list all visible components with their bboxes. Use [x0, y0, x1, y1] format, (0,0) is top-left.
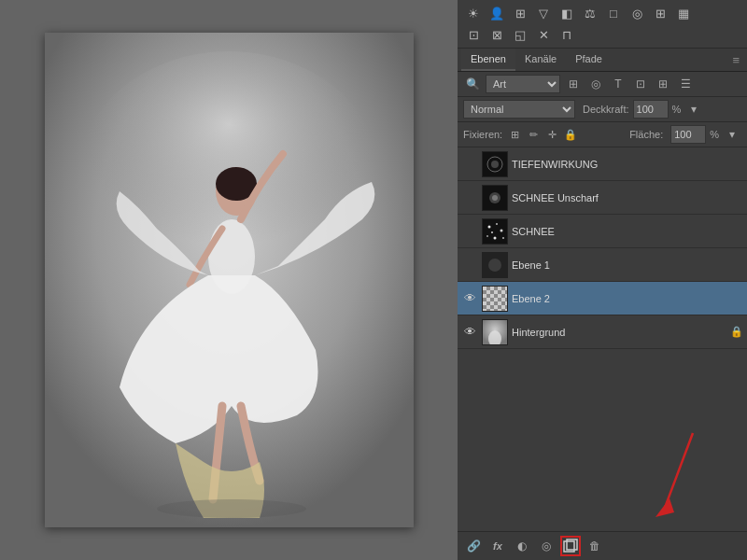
svg-point-10 [491, 161, 499, 168]
blend-mode-select[interactable]: Normal [463, 100, 575, 119]
svg-point-16 [496, 223, 498, 225]
fix-grid-icon[interactable]: ⊞ [506, 126, 523, 143]
layer-name-tiefenwirkung: TIEFENWIRKUNG [512, 159, 743, 170]
layer-name-schnee-unscharf: SCHNEE Unscharf [512, 192, 743, 203]
svg-point-20 [502, 237, 504, 239]
flache-percent: % [710, 129, 719, 140]
corner-icon[interactable]: ◱ [510, 25, 530, 44]
crop-icon[interactable]: ◧ [557, 4, 577, 22]
flache-input[interactable] [670, 125, 706, 144]
filter-icon[interactable]: ▽ [533, 4, 554, 22]
svg-point-18 [486, 235, 488, 237]
layer-tiefenwirkung[interactable]: TIEFENWIRKUNG [458, 147, 747, 181]
layer-name-hintergrund: Hintergrund [512, 327, 726, 338]
tab-pfade[interactable]: Pfade [566, 49, 612, 71]
visibility-hintergrund[interactable]: 👁 [461, 325, 478, 339]
svg-point-13 [492, 195, 498, 201]
top-toolbar: ☀ 👤 ⊞ ▽ ◧ ⚖ □ ◎ ⊞ ▦ ⊡ ⊠ ◱ ✕ ⊓ [458, 0, 747, 49]
circle-icon[interactable]: ◎ [627, 4, 647, 22]
layer-name-ebene2: Ebene 2 [512, 293, 743, 304]
bottom-toolbar: 🔗 fx ◐ ◎ 🗑 [458, 531, 747, 560]
person-icon[interactable]: 👤 [486, 4, 507, 22]
svg-point-17 [500, 229, 503, 231]
visibility-ebene2[interactable]: 👁 [461, 291, 478, 305]
opacity-percent: % [672, 104, 682, 115]
art-select[interactable]: Art [486, 75, 560, 93]
svg-rect-14 [483, 219, 507, 244]
thumb-schnee [482, 218, 508, 245]
lock-icon: 🔒 [730, 326, 743, 338]
svg-point-19 [494, 236, 497, 239]
sun-icon[interactable]: ☀ [463, 4, 484, 22]
fx-icon[interactable]: fx [487, 536, 508, 556]
toolbar-row-1: ☀ 👤 ⊞ ▽ ◧ ⚖ □ ◎ ⊞ ▦ [463, 4, 741, 22]
thumb-ebene1 [482, 252, 508, 278]
svg-point-23 [488, 259, 501, 272]
layer-schnee-unscharf[interactable]: SCHNEE Unscharf [458, 181, 747, 215]
right-panel: ☀ 👤 ⊞ ▽ ◧ ⚖ □ ◎ ⊞ ▦ ⊡ ⊠ ◱ ✕ ⊓ Ebenen Kan… [458, 0, 747, 560]
thumb-ebene2 [482, 286, 508, 312]
fix-icons: ⊞ ✏ ✛ 🔒 [506, 126, 579, 143]
adjustment-icon[interactable]: ◐ [512, 536, 532, 556]
fix-move-icon[interactable]: ✛ [543, 126, 560, 143]
svg-point-15 [488, 225, 491, 228]
flache-arrow-icon[interactable]: ▾ [723, 125, 741, 144]
square-icon[interactable]: ⊡ [463, 25, 484, 44]
tab-kanaele[interactable]: Kanäle [515, 49, 566, 71]
opacity-input[interactable] [633, 100, 669, 119]
new-group-icon[interactable]: ⊞ [564, 75, 583, 93]
delete-icon[interactable]: 🗑 [585, 536, 605, 556]
opacity-arrow-icon[interactable]: ▾ [684, 100, 703, 119]
fix-pen-icon[interactable]: ✏ [525, 126, 542, 143]
grid3-icon[interactable]: ⊞ [654, 75, 672, 93]
panel-tabs: Ebenen Kanäle Pfade ≡ [458, 49, 747, 72]
grid2-icon[interactable]: ▦ [673, 4, 694, 22]
new-layer-icon[interactable] [560, 536, 581, 556]
thumb-tiefenwirkung [482, 151, 508, 177]
search-icon: 🔍 [463, 75, 482, 93]
canvas-image [45, 33, 414, 527]
rect-icon[interactable]: □ [603, 4, 624, 22]
fix-lock-icon[interactable]: 🔒 [562, 126, 579, 143]
fix-row: Fixieren: ⊞ ✏ ✛ 🔒 Fläche: % ▾ [458, 122, 747, 147]
circle-btn-icon[interactable]: ◎ [586, 75, 605, 93]
canvas-area [0, 0, 458, 560]
layer-name-ebene1: Ebene 1 [512, 259, 743, 271]
toolbar-row-2: ⊡ ⊠ ◱ ✕ ⊓ [463, 25, 741, 44]
table-icon[interactable]: ⊞ [650, 4, 670, 22]
flache-label: Fläche: [629, 129, 663, 140]
cross-icon[interactable]: ⊠ [486, 25, 507, 44]
fix-label: Fixieren: [463, 129, 502, 140]
thumb-hintergrund [482, 319, 508, 345]
controls-row: 🔍 Art ⊞ ◎ T ⊡ ⊞ ☰ [458, 72, 747, 97]
blend-row: Normal Deckkraft: % ▾ [458, 97, 747, 122]
layer-name-schnee: SCHNEE [512, 226, 743, 237]
layer-schnee[interactable]: SCHNEE [458, 215, 747, 248]
svg-point-21 [491, 231, 493, 233]
layer-ebene2[interactable]: 👁 Ebene 2 [458, 282, 747, 315]
svg-point-5 [157, 499, 306, 518]
layer-ebene1[interactable]: Ebene 1 [458, 248, 747, 282]
grid-icon[interactable]: ⊞ [510, 4, 530, 22]
menu-icon[interactable]: ☰ [676, 75, 695, 93]
mask-icon[interactable]: ◎ [536, 536, 557, 556]
chain-icon[interactable]: ⊡ [631, 75, 650, 93]
layers-list: TIEFENWIRKUNG SCHNEE Unscharf [458, 147, 747, 531]
bracket-icon[interactable]: ⊓ [557, 25, 577, 44]
text-icon[interactable]: T [609, 75, 627, 93]
opacity-label: Deckkraft: [583, 104, 629, 115]
x-icon[interactable]: ✕ [533, 25, 554, 44]
panel-menu-icon[interactable]: ≡ [728, 53, 743, 67]
balance-icon[interactable]: ⚖ [580, 4, 600, 22]
layer-hintergrund[interactable]: 👁 Hintergrund 🔒 [458, 315, 747, 349]
link-icon[interactable]: 🔗 [463, 536, 484, 556]
tab-ebenen[interactable]: Ebenen [461, 49, 515, 71]
thumb-schnee-unscharf [482, 185, 508, 211]
